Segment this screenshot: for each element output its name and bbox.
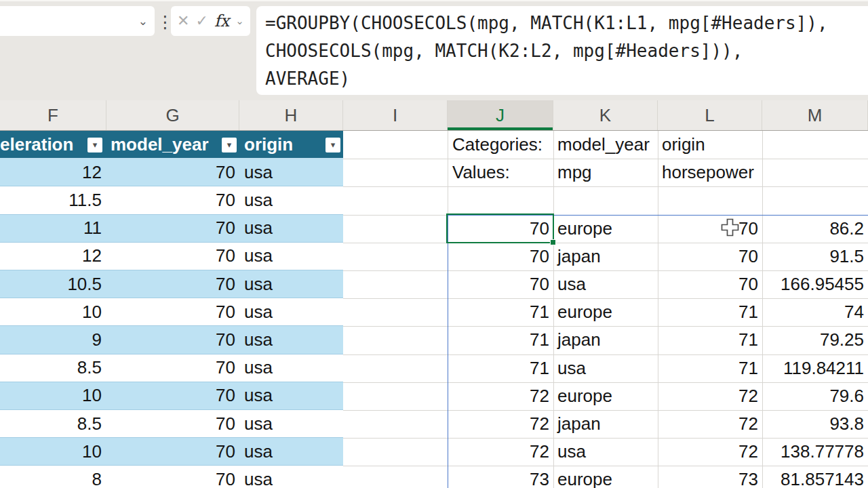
cancel-icon[interactable]: ✕ (177, 12, 189, 30)
chevron-down-icon[interactable]: ⌄ (138, 14, 148, 28)
cell[interactable]: europe (557, 298, 656, 326)
cell[interactable]: 71 (449, 298, 549, 326)
cell[interactable]: 70 (449, 243, 549, 270)
spill-row: 72usa72138.77778 (0, 438, 868, 466)
cell[interactable]: 119.84211 (764, 354, 864, 382)
cell[interactable]: 11.5 (0, 186, 102, 214)
column-header-G[interactable]: G (106, 100, 239, 130)
cell[interactable]: 74 (764, 298, 864, 326)
cell[interactable]: origin (662, 131, 761, 159)
cell[interactable]: 72 (449, 410, 549, 438)
spill-row: 71japan7179.25 (0, 326, 868, 354)
cell[interactable]: usa (557, 354, 656, 382)
cell[interactable]: 70 (659, 270, 758, 298)
table-header-row: eleration model_year origin ▾▾▾ (0, 131, 343, 159)
filter-button[interactable]: ▾ (222, 138, 237, 152)
spill-row: 72europe7279.6 (0, 382, 868, 410)
filter-button[interactable]: ▾ (326, 138, 340, 152)
cell[interactable]: 138.77778 (764, 438, 864, 466)
cell[interactable]: 72 (659, 410, 758, 438)
cell[interactable]: europe (557, 382, 656, 410)
cell[interactable]: 70 (659, 215, 758, 243)
cell[interactable]: 73 (449, 466, 549, 488)
table-row: 11.570usa (0, 186, 343, 214)
spill-row: 73europe7381.857143 (0, 466, 868, 488)
cell[interactable]: mpg (557, 159, 656, 186)
formula-line: =GROUPBY(CHOOSECOLS(mpg, MATCH(K1:L1, mp… (265, 9, 868, 37)
cell[interactable]: 72 (659, 438, 758, 466)
spill-row: 72japan7293.8 (0, 410, 868, 438)
cell[interactable]: 79.6 (764, 382, 864, 410)
cell[interactable]: 72 (449, 382, 549, 410)
filter-dropdown-icon: ▾ (227, 138, 232, 152)
name-box[interactable]: ⌄ (0, 6, 155, 36)
insert-function-icon[interactable]: fx (214, 12, 229, 30)
cell[interactable]: usa (557, 438, 656, 466)
formula-line: CHOOSECOLS(mpg, MATCH(K2:L2, mpg[#Header… (265, 37, 868, 65)
filter-dropdown-icon: ▾ (93, 138, 98, 152)
cell[interactable]: 71 (449, 326, 549, 354)
formula-bar-chevron-icon[interactable]: ⌄ (235, 15, 244, 27)
filter-button[interactable]: ▾ (87, 138, 102, 152)
table-header-acceleration: eleration (0, 131, 73, 159)
column-header-J[interactable]: J (448, 100, 553, 130)
cell[interactable]: usa (557, 270, 656, 298)
filter-dropdown-icon: ▾ (331, 138, 336, 152)
cell[interactable]: 91.5 (764, 243, 864, 270)
cell[interactable]: 70 (659, 243, 758, 270)
spill-row: 71europe7174 (0, 298, 868, 326)
formula-bar-area: ⌄ ⋮ ✕ ✓ fx ⌄ =GROUPBY(CHOOSECOLS(mpg, MA… (0, 0, 868, 100)
table-header-origin: origin (244, 131, 293, 159)
enter-icon[interactable]: ✓ (196, 12, 208, 30)
cell[interactable]: japan (557, 243, 656, 270)
spill-row: 70japan7091.5 (0, 243, 868, 270)
cell[interactable]: japan (557, 410, 656, 438)
spill-row: 71usa71119.84211 (0, 354, 868, 382)
cell[interactable]: 71 (659, 354, 758, 382)
spill-row: 70europe7086.2 (0, 215, 868, 243)
cell[interactable]: 73 (659, 466, 758, 488)
column-header-K[interactable]: K (553, 100, 658, 130)
cell[interactable]: 72 (449, 438, 549, 466)
table-header-model-year: model_year (111, 131, 209, 159)
gridline (343, 186, 868, 187)
formula-line: AVERAGE) (265, 65, 868, 93)
column-header-I[interactable]: I (343, 100, 448, 130)
cell[interactable]: 81.857143 (764, 466, 864, 488)
cell[interactable]: 71 (659, 326, 758, 354)
column-header-H[interactable]: H (239, 100, 343, 130)
column-header-F[interactable]: F (0, 100, 106, 130)
cell[interactable]: 79.25 (764, 326, 864, 354)
cell[interactable]: Values: (452, 159, 551, 186)
cell[interactable]: 71 (449, 354, 549, 382)
cell[interactable]: japan (557, 326, 656, 354)
cell[interactable]: 93.8 (764, 410, 864, 438)
cell[interactable]: 70 (449, 215, 549, 243)
more-options-icon[interactable]: ⋮ (157, 9, 169, 35)
cell[interactable]: horsepower (662, 159, 761, 186)
column-header-L[interactable]: L (658, 100, 762, 130)
cell[interactable]: 70 (106, 186, 235, 214)
cell[interactable]: 86.2 (764, 215, 864, 243)
cell[interactable]: Categories: (452, 131, 551, 159)
cell[interactable]: europe (557, 466, 656, 488)
formula-input[interactable]: =GROUPBY(CHOOSECOLS(mpg, MATCH(K1:L1, mp… (256, 6, 868, 95)
formula-buttons: ✕ ✓ fx ⌄ (171, 6, 250, 36)
cell[interactable]: 71 (659, 298, 758, 326)
cell[interactable]: usa (244, 186, 339, 214)
selected-column-underline (448, 127, 553, 130)
cell[interactable]: model_year (557, 131, 656, 159)
setup-row-values: Values:mpghorsepower (0, 159, 868, 186)
cell[interactable]: 72 (659, 382, 758, 410)
cell[interactable]: 70 (449, 270, 549, 298)
column-header-M[interactable]: M (762, 100, 868, 130)
column-header-strip: FGHIJKLM (0, 100, 868, 131)
excel-window: ⌄ ⋮ ✕ ✓ fx ⌄ =GROUPBY(CHOOSECOLS(mpg, MA… (0, 0, 868, 488)
spill-row: 70usa70166.95455 (0, 270, 868, 298)
cell[interactable]: 166.95455 (764, 270, 864, 298)
cell[interactable]: europe (557, 215, 656, 243)
